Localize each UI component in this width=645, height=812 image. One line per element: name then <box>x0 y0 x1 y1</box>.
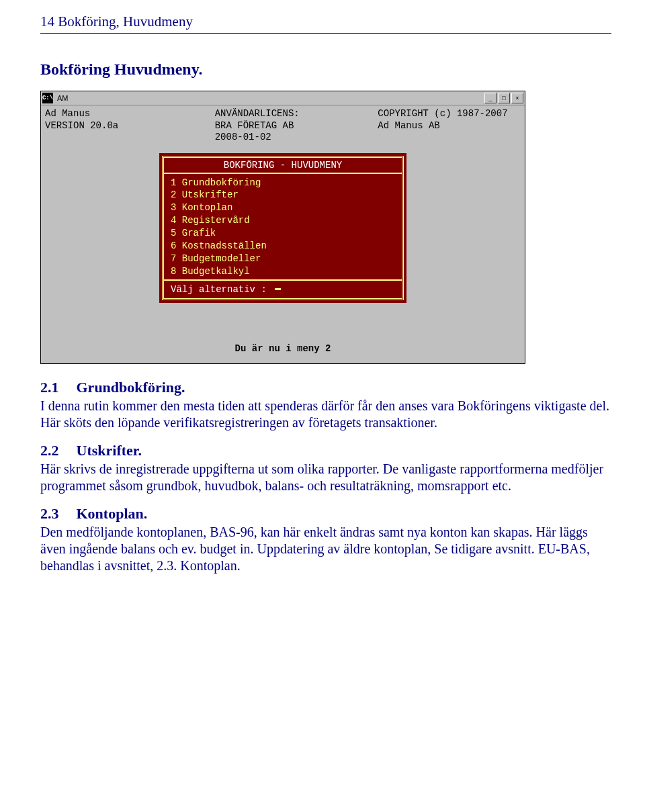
app-icon: C:\ <box>42 93 53 103</box>
info-right-1: COPYRIGHT (c) 1987-2007 <box>357 108 521 120</box>
subsection-num-2: 2.2 <box>40 442 73 459</box>
status-line: Du är nu i meny 2 <box>45 310 521 359</box>
menu-item-7[interactable]: 7 Budgetmodeller <box>171 253 395 265</box>
page-title: Bokföring Huvudmeny. <box>40 60 611 79</box>
info-center-2: BRA FÖRETAG AB <box>188 120 358 132</box>
menu-prompt[interactable]: Välj alternativ : <box>164 279 402 298</box>
info-left-1: Ad Manus <box>45 108 188 120</box>
header-rule <box>40 33 611 34</box>
close-button[interactable]: × <box>511 93 523 103</box>
subsection-num-1: 2.1 <box>40 379 73 396</box>
subsection-num-3: 2.3 <box>40 505 73 523</box>
dos-body: Ad Manus ANVÄNDARLICENS: COPYRIGHT (c) 1… <box>41 105 525 363</box>
info-row-2: VERSION 20.0a BRA FÖRETAG AB Ad Manus AB <box>45 120 521 132</box>
menu-item-2[interactable]: 2 Utskrifter <box>171 189 395 201</box>
window-title: AM <box>54 94 484 102</box>
subsection-title-3: Kontoplan. <box>77 505 148 522</box>
info-left-3 <box>45 132 188 144</box>
menu-item-1[interactable]: 1 Grundbokföring <box>171 177 395 189</box>
menu-item-3[interactable]: 3 Kontoplan <box>171 201 395 214</box>
page-header: 14 Bokföring, Huvudmeny <box>40 13 611 30</box>
maximize-button[interactable]: □ <box>498 93 510 103</box>
window-titlebar: C:\ AM _ □ × <box>41 91 525 105</box>
info-right-3 <box>357 132 521 144</box>
minimize-button[interactable]: _ <box>484 93 497 103</box>
subsection-body-3: Den medföljande kontoplanen, BAS-96, kan… <box>40 524 611 574</box>
subsection-2-3: 2.3 Kontoplan. <box>40 505 611 523</box>
subsection-title-2: Utskrifter. <box>77 442 142 459</box>
menu-item-8[interactable]: 8 Budgetkalkyl <box>171 265 395 278</box>
subsection-2-2: 2.2 Utskrifter. <box>40 442 611 459</box>
window-controls: _ □ × <box>484 93 525 103</box>
menu-item-5[interactable]: 5 Grafik <box>171 227 395 240</box>
subsection-body-2: Här skrivs de inregistrerade uppgifterna… <box>40 461 611 494</box>
info-row-1: Ad Manus ANVÄNDARLICENS: COPYRIGHT (c) 1… <box>45 108 521 120</box>
info-right-2: Ad Manus AB <box>357 120 521 132</box>
menu-item-6[interactable]: 6 Kostnadsställen <box>171 240 395 253</box>
info-center-1: ANVÄNDARLICENS: <box>188 108 358 120</box>
subsection-title-1: Grundbokföring. <box>77 379 185 396</box>
menu-inner: BOKFÖRING - HUVUDMENY 1 Grundbokföring 2… <box>162 156 404 300</box>
subsection-2-1: 2.1 Grundbokföring. <box>40 379 611 396</box>
menu-item-4[interactable]: 4 Registervård <box>171 214 395 227</box>
cursor-icon <box>275 288 281 290</box>
dos-window: C:\ AM _ □ × Ad Manus ANVÄNDARLICENS: CO… <box>40 91 525 364</box>
menu-heading: BOKFÖRING - HUVUDMENY <box>164 158 402 174</box>
info-left-2: VERSION 20.0a <box>45 120 188 132</box>
menu-prompt-label: Välj alternativ : <box>171 284 267 295</box>
info-row-3: 2008-01-02 <box>45 132 521 144</box>
menu-items: 1 Grundbokföring 2 Utskrifter 3 Kontopla… <box>164 174 402 279</box>
subsection-body-1: I denna rutin kommer den mesta tiden att… <box>40 398 611 431</box>
info-center-3: 2008-01-02 <box>188 132 358 144</box>
menu-frame: BOKFÖRING - HUVUDMENY 1 Grundbokföring 2… <box>159 153 406 303</box>
